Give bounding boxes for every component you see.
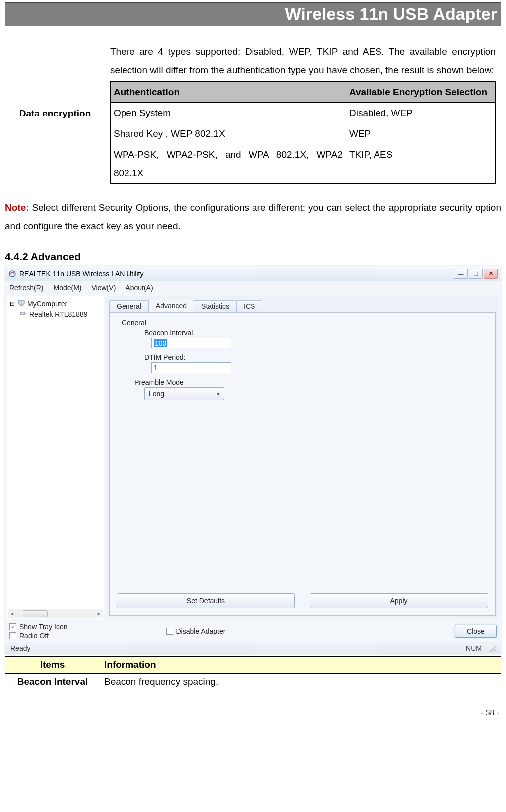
device-tree[interactable]: ⊟ MyComputer Realtek RTL81889 xyxy=(7,296,104,619)
dtim-period-label: DTIM Period: xyxy=(144,353,488,361)
show-tray-icon-checkbox[interactable]: ✓ Show Tray Icon xyxy=(9,623,68,631)
section-heading-advanced: 4.4.2 Advanced xyxy=(5,251,501,263)
enc-open: Disabled, WEP xyxy=(346,103,496,123)
dtim-period-value: 1 xyxy=(154,364,158,372)
footer-options: ✓ Show Tray Icon Radio Off Disable Adapt… xyxy=(5,621,501,642)
enc-header: Available Encryption Selection xyxy=(346,82,496,103)
note-label: Note: xyxy=(5,202,29,213)
close-button[interactable]: Close xyxy=(455,625,497,638)
scroll-thumb[interactable] xyxy=(23,610,48,617)
menu-about[interactable]: About(A) xyxy=(126,284,153,292)
auth-open: Open System xyxy=(111,103,346,123)
minimize-button[interactable]: — xyxy=(454,269,468,279)
disable-adapter-checkbox[interactable]: Disable Adapter xyxy=(166,627,226,635)
preamble-mode-label: Preamble Mode xyxy=(134,378,488,386)
tab-ics[interactable]: ICS xyxy=(236,300,262,312)
encryption-intro: There are 4 types supported: Disabled, W… xyxy=(110,46,496,75)
tree-child[interactable]: Realtek RTL81889 xyxy=(8,309,103,319)
note-paragraph: Note: Select different Security Options,… xyxy=(5,198,501,235)
status-ready: Ready xyxy=(10,644,30,652)
radio-off-checkbox[interactable]: Radio Off xyxy=(9,632,68,640)
adapter-icon xyxy=(19,309,27,319)
tab-content: General Beacon Interval 100 DTIM Period:… xyxy=(109,312,496,616)
info-header-items: Items xyxy=(5,657,100,674)
menu-refresh[interactable]: Refresh(R) xyxy=(9,284,43,292)
disable-adapter-label: Disable Adapter xyxy=(176,627,226,635)
enc-shared: WEP xyxy=(346,123,496,144)
svg-rect-4 xyxy=(25,313,26,314)
status-num: NUM xyxy=(466,644,489,652)
chevron-down-icon: ▼ xyxy=(216,391,221,397)
tab-strip: General Advanced Statistics ICS xyxy=(109,299,496,312)
tree-scrollbar[interactable] xyxy=(8,609,103,618)
status-bar: Ready NUM xyxy=(5,642,501,654)
show-tray-icon-label: Show Tray Icon xyxy=(19,623,68,631)
tree-child-label: Realtek RTL81889 xyxy=(29,310,87,318)
radio-off-label: Radio Off xyxy=(19,632,49,640)
beacon-interval-value: 100 xyxy=(154,339,167,347)
enc-wpa: TKIP, AES xyxy=(346,144,496,184)
beacon-interval-input[interactable]: 100 xyxy=(151,338,231,348)
auth-shared: Shared Key , WEP 802.1X xyxy=(111,123,346,144)
set-defaults-button[interactable]: Set Defaults xyxy=(117,593,295,608)
titlebar: REALTEK 11n USB Wireless LAN Utility — ▢… xyxy=(5,266,501,281)
window-title: REALTEK 11n USB Wireless LAN Utility xyxy=(19,270,451,278)
encryption-cell: There are 4 types supported: Disabled, W… xyxy=(105,40,501,186)
auth-wpa: WPA-PSK, WPA2-PSK, and WPA 802.1X, WPA2 … xyxy=(111,144,346,184)
menu-view[interactable]: View(V) xyxy=(92,284,116,292)
info-header-information: Information xyxy=(100,657,501,674)
tab-advanced[interactable]: Advanced xyxy=(148,300,194,312)
menubar: Refresh(R) Mode(M) View(V) About(A) xyxy=(5,281,501,294)
info-beacon-body: Beacon frequency spacing. xyxy=(100,673,501,690)
app-window: REALTEK 11n USB Wireless LAN Utility — ▢… xyxy=(5,266,501,654)
encryption-table: Data encryption There are 4 types suppor… xyxy=(5,40,501,186)
menu-mode[interactable]: Mode(M) xyxy=(53,284,81,292)
svg-rect-1 xyxy=(18,300,24,304)
maximize-button[interactable]: ▢ xyxy=(469,269,483,279)
info-beacon-label: Beacon Interval xyxy=(5,673,100,690)
content-area: General Advanced Statistics ICS General … xyxy=(106,296,499,619)
svg-rect-2 xyxy=(20,305,23,306)
tree-root-label: MyComputer xyxy=(27,300,67,308)
beacon-interval-label: Beacon Interval xyxy=(144,329,488,337)
close-icon[interactable]: ✕ xyxy=(484,269,498,279)
checkbox-checked-icon: ✓ xyxy=(9,623,16,630)
checkbox-empty-icon xyxy=(166,628,173,635)
encryption-label: Data encryption xyxy=(5,40,105,186)
tab-statistics[interactable]: Statistics xyxy=(194,300,237,312)
dtim-period-input[interactable]: 1 xyxy=(151,362,231,373)
page-number: - 58 - xyxy=(5,708,501,718)
preamble-mode-select[interactable]: Long ▼ xyxy=(144,387,224,400)
svg-point-0 xyxy=(9,271,15,277)
tree-root[interactable]: ⊟ MyComputer xyxy=(8,298,103,309)
checkbox-empty-icon xyxy=(9,632,16,639)
note-body: Select different Security Options, the c… xyxy=(5,202,501,231)
preamble-mode-value: Long xyxy=(149,390,164,398)
auth-header: Authentication xyxy=(111,82,346,103)
info-table: Items Information Beacon Interval Beacon… xyxy=(5,656,501,690)
computer-icon xyxy=(17,299,25,308)
tab-general[interactable]: General xyxy=(109,300,149,312)
group-general: General xyxy=(122,319,488,327)
page-header: Wireless 11n USB Adapter xyxy=(5,2,501,26)
auth-enc-table: Authentication Available Encryption Sele… xyxy=(110,81,496,184)
app-icon xyxy=(8,270,16,278)
resize-grip-icon[interactable] xyxy=(489,645,496,652)
tree-collapse-icon[interactable]: ⊟ xyxy=(9,300,15,307)
apply-button[interactable]: Apply xyxy=(310,593,488,608)
svg-rect-3 xyxy=(20,312,25,315)
